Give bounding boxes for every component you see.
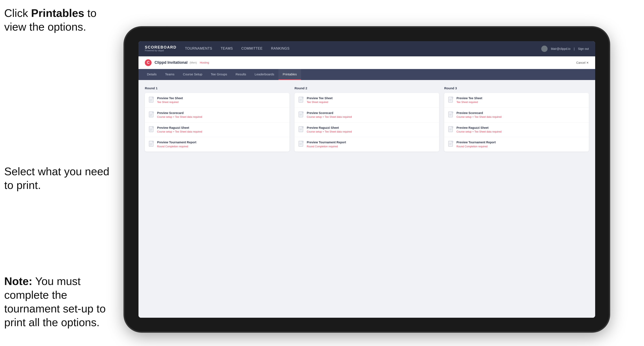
round1-raguzzi-text: Preview Raguzzi Sheet Course setup + Tee…: [157, 126, 286, 134]
round3-scorecard-title: Preview Scorecard: [456, 111, 585, 115]
round3-tee-sheet-sub: Tee Sheet required: [456, 101, 585, 104]
user-avatar: [541, 46, 548, 52]
round-1-section: Round 1: [145, 86, 290, 152]
round3-tee-sheet-title: Preview Tee Sheet: [456, 96, 585, 100]
round3-raguzzi-sub: Course setup + Tee Sheet data required: [456, 130, 585, 134]
subnav-leaderboards[interactable]: Leaderboards: [250, 69, 278, 80]
svg-rect-53: [452, 141, 453, 142]
nav-committee[interactable]: COMMITTEE: [241, 46, 262, 52]
rounds-grid: Round 1: [145, 86, 589, 152]
top-nav: SCOREBOARD Powered by clippd TOURNAMENTS…: [138, 41, 595, 56]
doc-icon: [149, 141, 154, 148]
round1-tee-sheet-sub: Tee Sheet required: [157, 101, 286, 104]
doc-icon: [298, 141, 304, 148]
printables-bold: Printables: [31, 7, 84, 19]
round2-scorecard-title: Preview Scorecard: [307, 111, 435, 115]
round-1-title: Round 1: [145, 86, 290, 90]
svg-rect-5: [152, 97, 154, 98]
round2-scorecard-sub: Course setup + Tee Sheet data required: [307, 116, 435, 119]
round-1-cards: Preview Tee Sheet Tee Sheet required: [145, 93, 290, 152]
nav-teams[interactable]: TEAMS: [221, 46, 233, 52]
round1-raguzzi-title: Preview Raguzzi Sheet: [157, 126, 286, 130]
svg-rect-10: [152, 112, 154, 113]
round-3-section: Round 3: [444, 86, 589, 152]
round2-tee-sheet[interactable]: Preview Tee Sheet Tee Sheet required: [294, 93, 439, 108]
round2-scorecard-text: Preview Scorecard Course setup + Tee She…: [307, 111, 435, 119]
svg-rect-41: [452, 97, 453, 98]
doc-icon: [298, 97, 304, 104]
round1-scorecard-title: Preview Scorecard: [157, 111, 286, 115]
round1-report-sub: Round Completion required: [157, 145, 286, 148]
round3-tee-sheet-text: Preview Tee Sheet Tee Sheet required: [456, 96, 585, 104]
round3-raguzzi[interactable]: Preview Raguzzi Sheet Course setup + Tee…: [444, 122, 589, 137]
svg-rect-45: [452, 112, 453, 113]
doc-icon: [149, 97, 154, 104]
round3-report-text: Preview Tournament Report Round Completi…: [456, 140, 585, 148]
round3-report-sub: Round Completion required: [456, 145, 585, 148]
tournament-bar: C Clippd Invitational (Men) Hosting Canc…: [138, 56, 595, 69]
round2-tee-sheet-text: Preview Tee Sheet Tee Sheet required: [307, 96, 435, 104]
round3-tournament-report[interactable]: Preview Tournament Report Round Completi…: [444, 137, 589, 152]
logo-title: SCOREBOARD: [145, 45, 176, 49]
round1-tee-sheet-title: Preview Tee Sheet: [157, 96, 286, 100]
svg-rect-49: [452, 127, 453, 128]
tournament-badge: (Men): [190, 61, 197, 64]
round3-tee-sheet[interactable]: Preview Tee Sheet Tee Sheet required: [444, 93, 589, 108]
instruction-top: Click Printables to view the options.: [4, 6, 106, 34]
round1-scorecard-sub: Course setup + Tee Sheet data required: [157, 116, 286, 119]
tablet-screen: SCOREBOARD Powered by clippd TOURNAMENTS…: [138, 41, 595, 318]
round1-tee-sheet[interactable]: Preview Tee Sheet Tee Sheet required: [145, 93, 290, 108]
main-content: Round 1: [138, 80, 595, 318]
round2-tournament-report[interactable]: Preview Tournament Report Round Completi…: [294, 137, 439, 152]
svg-rect-15: [152, 127, 154, 128]
subnav-printables[interactable]: Printables: [278, 69, 301, 80]
doc-icon: [448, 111, 454, 119]
subnav-details[interactable]: Details: [143, 69, 161, 80]
subnav-teams[interactable]: Teams: [161, 69, 179, 80]
round3-scorecard-text: Preview Scorecard Course setup + Tee She…: [456, 111, 585, 119]
svg-rect-20: [152, 141, 154, 142]
round3-scorecard[interactable]: Preview Scorecard Course setup + Tee She…: [444, 108, 589, 122]
round2-raguzzi-sub: Course setup + Tee Sheet data required: [307, 130, 435, 134]
round3-report-title: Preview Tournament Report: [456, 140, 585, 144]
round1-report-title: Preview Tournament Report: [157, 140, 286, 144]
logo-sub: Powered by clippd: [145, 49, 176, 52]
tournament-status: Hosting: [200, 61, 209, 64]
doc-icon: [448, 97, 454, 104]
round1-raguzzi[interactable]: Preview Raguzzi Sheet Course setup + Tee…: [145, 122, 290, 137]
subnav-tee-groups[interactable]: Tee Groups: [206, 69, 232, 80]
nav-rankings[interactable]: RANKINGS: [271, 46, 290, 52]
tournament-logo: C: [145, 59, 152, 66]
round-3-cards: Preview Tee Sheet Tee Sheet required: [444, 93, 589, 152]
svg-rect-25: [302, 97, 304, 98]
subnav-course-setup[interactable]: Course Setup: [179, 69, 206, 80]
round2-scorecard[interactable]: Preview Scorecard Course setup + Tee She…: [294, 108, 439, 122]
svg-rect-33: [302, 127, 304, 128]
round2-raguzzi[interactable]: Preview Raguzzi Sheet Course setup + Tee…: [294, 122, 439, 137]
instruction-bottom: Note: You must complete the tournament s…: [4, 274, 114, 329]
round2-raguzzi-text: Preview Raguzzi Sheet Course setup + Tee…: [307, 126, 435, 134]
round2-report-title: Preview Tournament Report: [307, 140, 435, 144]
svg-rect-37: [302, 141, 304, 142]
round1-scorecard[interactable]: Preview Scorecard Course setup + Tee She…: [145, 108, 290, 122]
doc-icon: [149, 111, 154, 119]
doc-icon: [448, 126, 454, 133]
round1-tournament-report[interactable]: Preview Tournament Report Round Completi…: [145, 137, 290, 152]
svg-rect-29: [302, 112, 304, 113]
round-2-title: Round 2: [294, 86, 439, 90]
doc-icon: [149, 126, 154, 133]
nav-tournaments[interactable]: TOURNAMENTS: [185, 46, 212, 52]
round2-raguzzi-title: Preview Raguzzi Sheet: [307, 126, 435, 130]
round2-report-text: Preview Tournament Report Round Completi…: [307, 140, 435, 148]
doc-icon: [448, 141, 454, 148]
round1-tee-sheet-text: Preview Tee Sheet Tee Sheet required: [157, 96, 286, 104]
round2-tee-sheet-title: Preview Tee Sheet: [307, 96, 435, 100]
doc-icon: [298, 111, 304, 119]
top-nav-links: TOURNAMENTS TEAMS COMMITTEE RANKINGS: [185, 46, 541, 52]
round-2-cards: Preview Tee Sheet Tee Sheet required: [294, 93, 439, 152]
sign-out-link[interactable]: Sign out: [578, 47, 589, 50]
cancel-button[interactable]: Cancel ✕: [576, 61, 589, 64]
user-email: blair@clippd.io: [551, 47, 570, 50]
subnav-results[interactable]: Results: [231, 69, 250, 80]
scoreboard-logo: SCOREBOARD Powered by clippd: [145, 45, 176, 52]
